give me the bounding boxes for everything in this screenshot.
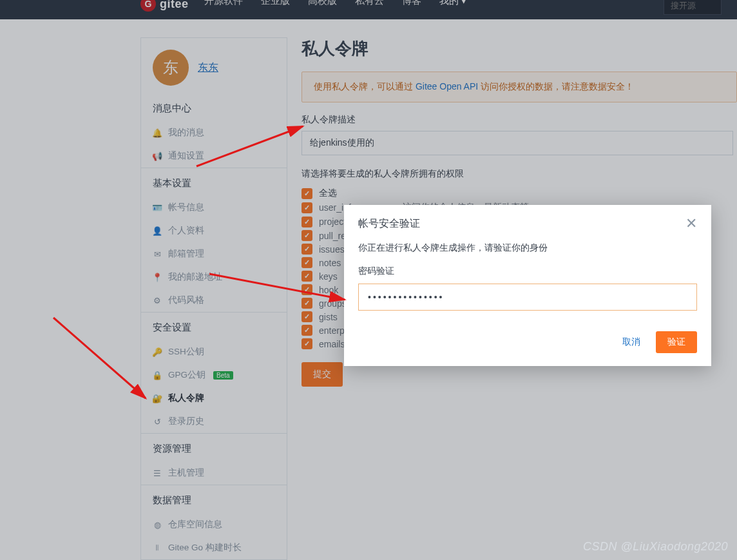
modal-body: 你正在进行私人令牌生成操作，请验证你的身份 密码验证 — [344, 237, 711, 322]
modal-header: 帐号安全验证 ✕ — [344, 205, 711, 237]
modal-footer: 取消 验证 — [344, 322, 711, 366]
close-icon[interactable]: ✕ — [685, 217, 697, 231]
verify-button[interactable]: 验证 — [656, 331, 697, 353]
password-input[interactable] — [358, 284, 697, 311]
security-modal: 帐号安全验证 ✕ 你正在进行私人令牌生成操作，请验证你的身份 密码验证 取消 验… — [344, 205, 711, 366]
cancel-button[interactable]: 取消 — [622, 336, 640, 348]
watermark: CSDN @LiuXiaodong2020 — [583, 540, 728, 554]
modal-text: 你正在进行私人令牌生成操作，请验证你的身份 — [358, 242, 697, 254]
password-label: 密码验证 — [358, 266, 697, 277]
modal-title: 帐号安全验证 — [358, 217, 420, 231]
